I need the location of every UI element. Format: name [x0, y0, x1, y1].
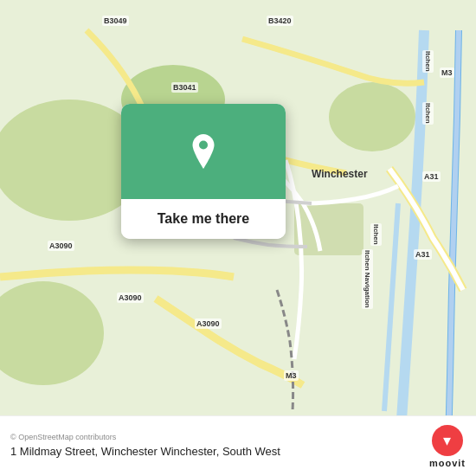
info-left: © OpenStreetMap contributors 1 Mildmay S…: [10, 433, 421, 460]
river-label-itchen-nav: Itchen Navigation: [362, 249, 373, 309]
road-label-a31-2: A31: [414, 249, 432, 260]
info-bar: © OpenStreetMap contributors 1 Mildmay S…: [0, 415, 476, 476]
road-label-b3420: B3420: [267, 16, 293, 26]
location-pin-icon: [186, 134, 221, 169]
river-label-itchen-1: Itchen: [422, 50, 434, 73]
road-label-a31-1: A31: [422, 171, 441, 182]
road-label-a3090-3: A3090: [195, 318, 222, 329]
road-label-m3-1: M3: [440, 68, 454, 78]
road-label-a3090-1: A3090: [48, 241, 74, 251]
svg-point-4: [329, 82, 415, 151]
card-map-preview: [121, 104, 286, 199]
moovit-logo[interactable]: ▾ moovit: [429, 425, 466, 468]
moovit-pin-symbol: ▾: [443, 433, 451, 448]
road-label-b3049: B3049: [102, 16, 129, 26]
copyright-text: © OpenStreetMap contributors: [10, 433, 421, 441]
road-label-a3090-2: A3090: [117, 293, 144, 303]
take-me-there-button[interactable]: Take me there: [121, 199, 286, 239]
location-card: Take me there: [121, 104, 286, 239]
svg-point-6: [199, 141, 208, 150]
moovit-brand-text: moovit: [429, 458, 466, 468]
map-container: B3049 B3420 B3041 A3090 A3090 A3090 A31 …: [0, 0, 476, 476]
city-label-winchester: Winchester: [310, 167, 370, 181]
moovit-icon: ▾: [432, 425, 463, 456]
road-label-m3-2: M3: [284, 370, 299, 381]
address-text: 1 Mildmay Street, Winchester Winchester,…: [10, 445, 421, 460]
river-label-itchen-2: Itchen: [422, 102, 434, 125]
river-label-itchen-3: Itchen: [370, 223, 382, 246]
road-label-b3041: B3041: [171, 82, 198, 93]
